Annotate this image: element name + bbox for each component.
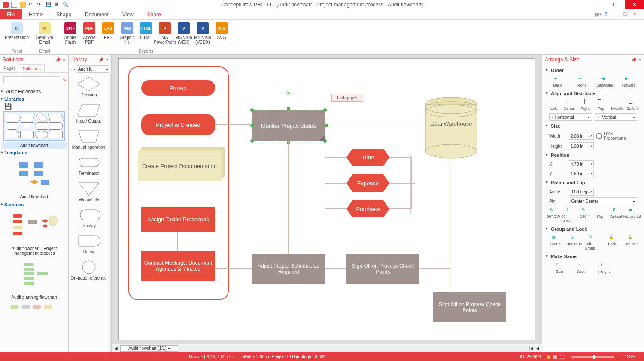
untagged-callout[interactable]: Untagged xyxy=(331,94,363,102)
tab-share[interactable]: Share xyxy=(140,9,168,19)
tab-home[interactable]: Home xyxy=(22,9,49,19)
align-right[interactable]: ▕Right xyxy=(577,99,593,111)
save-icon[interactable]: 💾 xyxy=(46,2,52,8)
library-thumbnails[interactable] xyxy=(3,111,65,141)
tree-templates[interactable]: Templates xyxy=(0,149,68,156)
group-btn[interactable]: ▦Group xyxy=(547,235,564,250)
align-top[interactable]: ▔Top xyxy=(593,99,609,111)
maximize-button[interactable]: ☐ xyxy=(605,0,625,9)
template-thumb[interactable] xyxy=(4,158,64,193)
panel-close-icon[interactable]: ✕ xyxy=(62,57,66,62)
shape-data-warehouse[interactable]: Data Warehouse xyxy=(424,96,479,159)
export-graphic-file[interactable]: IMGGraphic file xyxy=(118,21,136,48)
shape-assign[interactable]: Assign Tasks/ Processes xyxy=(141,207,215,232)
export-adobe-pdf[interactable]: PDFAdobe PDF xyxy=(81,21,98,48)
flip-vertical[interactable]: ⇵Vertical xyxy=(608,208,623,223)
height-input[interactable]: 1.00 in▲▼ xyxy=(569,142,594,150)
print-icon[interactable]: 🖶 xyxy=(54,2,60,8)
order-section[interactable]: Order xyxy=(546,66,641,75)
order-backward[interactable]: ◀Backward xyxy=(596,76,614,87)
shape-docs[interactable]: Create Project Documentation xyxy=(138,151,221,181)
angle-input[interactable]: 0.00 deg▲▼ xyxy=(569,188,594,196)
tree-libraries[interactable]: Libraries xyxy=(0,95,68,103)
preview-icon[interactable]: 🔍 xyxy=(63,2,69,8)
mdi-minimize-icon[interactable]: — xyxy=(614,12,620,18)
shape-created[interactable]: Project is Created xyxy=(141,114,215,135)
same-width[interactable]: ↔Width xyxy=(573,262,590,274)
x-input[interactable]: 4.70 in▲▼ xyxy=(569,160,594,168)
export-ms-powerpoint[interactable]: PMS PowerPoint xyxy=(156,21,173,48)
pin-icon[interactable]: 📌 xyxy=(55,57,61,62)
tab-view[interactable]: View xyxy=(115,9,140,19)
pages-tab[interactable]: Pages xyxy=(0,64,19,72)
export-svg[interactable]: SVGSVG xyxy=(213,21,230,48)
rotate-handle-icon[interactable]: ⟳ xyxy=(286,91,291,97)
sample1-thumb[interactable] xyxy=(4,210,64,244)
y-input[interactable]: 1.89 in▲▼ xyxy=(569,170,594,177)
export-html[interactable]: HTMLHTML xyxy=(137,21,155,48)
mdi-close-icon[interactable]: ✕ xyxy=(633,12,639,18)
panel-close-icon[interactable]: ✕ xyxy=(105,57,109,62)
size-section[interactable]: Size xyxy=(546,122,641,130)
export-eps[interactable]: EPSEPS xyxy=(100,21,117,48)
export-ms-visio-vsdx-[interactable]: VMS Visio (VSDX) xyxy=(194,21,211,48)
lock-btn[interactable]: 🔒Lock xyxy=(604,235,621,250)
editgroup-btn[interactable]: ✎Edit Group xyxy=(584,235,601,250)
order-forward[interactable]: ▶Forward xyxy=(620,76,637,87)
lib-shape-input-output[interactable]: Input/ Output xyxy=(69,100,109,126)
align-left[interactable]: ▏Left xyxy=(546,99,562,111)
file-menu[interactable]: File xyxy=(0,9,22,19)
lib-shape-decision[interactable]: Decision xyxy=(69,74,109,100)
presentation-button[interactable]: ▷ Presentation xyxy=(6,21,27,48)
lib-shape-manual-operation[interactable]: Manual operation xyxy=(69,126,109,152)
export-adobe-flash[interactable]: SWFAdobe Flash xyxy=(62,21,79,48)
lib-shape-display[interactable]: Display xyxy=(69,205,109,231)
redo-icon[interactable]: ↷ xyxy=(37,2,43,8)
same-height[interactable]: ↕Height xyxy=(595,262,613,274)
align-center[interactable]: ┆Center xyxy=(562,99,577,111)
panel-close-icon[interactable]: ✕ xyxy=(638,57,641,62)
drawing-canvas[interactable]: Project Project is Created Create Projec… xyxy=(118,58,535,340)
save-lib-icon[interactable]: 💾 xyxy=(2,103,12,110)
pin-icon[interactable]: 📌 xyxy=(631,57,636,62)
shape-project[interactable]: Project xyxy=(141,80,215,96)
mdi-restore-icon[interactable]: ❐ xyxy=(623,12,629,18)
order-front[interactable]: ⇥Front xyxy=(573,76,590,87)
makesame-section[interactable]: Make Same xyxy=(546,252,641,261)
rotate-section[interactable]: Rotate and Flip xyxy=(546,178,641,187)
tree-root[interactable]: Audit Flowcharts xyxy=(0,87,68,95)
group-section[interactable]: Group and Lock xyxy=(546,225,641,233)
pin-icon[interactable]: 📌 xyxy=(98,57,103,62)
library-selector[interactable]: Audit fl...▾ xyxy=(77,65,109,73)
window-list-icon[interactable]: ▦▾ xyxy=(595,12,601,18)
new-doc-icon[interactable] xyxy=(11,2,17,8)
distribute-vertical[interactable]: ⫟ Vertical▾ xyxy=(595,113,638,121)
shape-monitor[interactable]: Monitor Project Status xyxy=(252,110,325,141)
send-email-button[interactable]: ✉ Send via Email xyxy=(34,21,55,48)
lock-proportions[interactable]: Lock Proportions xyxy=(596,131,614,141)
snap-icon[interactable]: ▦ xyxy=(551,355,559,359)
lib-shape-delay[interactable]: Delay xyxy=(69,231,109,257)
lib-next-icon[interactable]: › xyxy=(73,67,75,72)
align-bottom[interactable]: ▁Bottom xyxy=(625,99,641,111)
scroll-start-icon[interactable]: |◀ xyxy=(529,346,533,351)
distribute-horizontal[interactable]: ⫞ Horizontal▾ xyxy=(549,113,592,121)
open-icon[interactable] xyxy=(20,2,26,8)
lib-prev-icon[interactable]: ‹ xyxy=(70,67,72,72)
rotate-cw[interactable]: ↻90° CW xyxy=(546,208,561,223)
scroll-left-icon[interactable]: ◀ xyxy=(114,346,118,351)
close-button[interactable]: ✕ xyxy=(625,0,644,9)
export-ms-visio-vdx-[interactable]: VMS Visio (VDX) xyxy=(175,21,192,48)
minimize-button[interactable]: — xyxy=(586,0,605,9)
shape-signoff2[interactable]: Sign Off on Process Check Points xyxy=(433,292,506,322)
shape-adjust[interactable]: Adjust Project Schedule as Required xyxy=(252,254,325,284)
shape-signoff1[interactable]: Sign Off on Process Check Points xyxy=(346,254,419,284)
ungroup-btn[interactable]: ◫UnGroup xyxy=(565,235,583,250)
flip-horizontal[interactable]: ⇄Horizontal xyxy=(623,208,641,223)
tab-shape[interactable]: Shape xyxy=(49,9,78,19)
order-back[interactable]: ⇤Back xyxy=(549,76,566,87)
scroll-right-icon[interactable]: ◀ xyxy=(536,346,539,351)
fit-icon[interactable]: ⛶ xyxy=(559,355,566,359)
shape-meetings[interactable]: Conduct Meetings, Document Agendas & Min… xyxy=(141,251,215,281)
position-section[interactable]: Position xyxy=(546,151,641,159)
